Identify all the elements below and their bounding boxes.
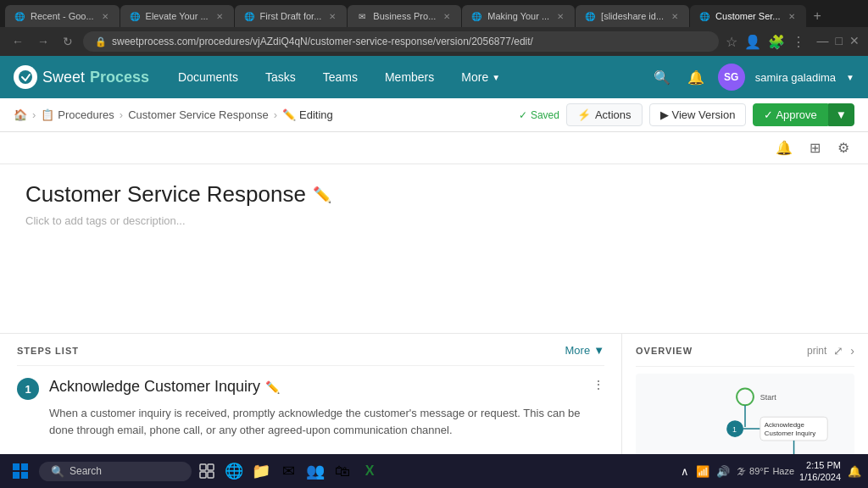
svg-rect-12 xyxy=(13,463,19,470)
approve-button[interactable]: ✓ Approve xyxy=(753,103,827,126)
tab-title-2: Elevate Your ... xyxy=(146,11,209,21)
date-display: 1/16/2024 xyxy=(799,471,841,483)
network-icon[interactable]: 📶 xyxy=(694,463,711,480)
address-bar-actions: ☆ 👤 🧩 ⋮ — □ ✕ xyxy=(726,34,860,50)
columns-toolbar-icon[interactable]: ⊞ xyxy=(804,137,826,158)
nav-tasks[interactable]: Tasks xyxy=(253,64,308,91)
user-name[interactable]: samira galadima xyxy=(755,71,836,84)
tab-title-1: Recent - Goo... xyxy=(31,11,94,21)
tab-favicon-6: 🌐 xyxy=(584,10,596,22)
volume-icon[interactable]: 🔊 xyxy=(715,463,732,480)
new-tab-button[interactable]: + xyxy=(807,5,828,27)
overview-title: OVERVIEW xyxy=(636,346,693,356)
tab-5[interactable]: 🌐 Making Your ... ✕ xyxy=(462,5,575,27)
more-options-icon[interactable]: ⋮ xyxy=(792,34,805,50)
tab-close-6[interactable]: ✕ xyxy=(669,11,681,22)
document-subtitle[interactable]: Click to add tags or description... xyxy=(25,214,843,227)
search-icon[interactable]: 🔍 xyxy=(650,66,674,89)
check-icon: ✓ xyxy=(519,109,527,121)
tab-6[interactable]: 🌐 [slideshare id... ✕ xyxy=(576,5,689,27)
breadcrumb-doc-title[interactable]: Customer Service Response xyxy=(128,108,268,121)
document-title: Customer Service Response xyxy=(25,181,306,208)
pencil-icon: ✏️ xyxy=(282,108,296,121)
tab-favicon-2: 🌐 xyxy=(129,10,141,22)
forward-button[interactable]: → xyxy=(34,33,53,50)
notification-taskbar-icon[interactable]: 🔔 xyxy=(846,463,863,480)
document-title-row: Customer Service Response ✏️ xyxy=(25,181,843,208)
nav-more[interactable]: More ▼ xyxy=(449,64,512,91)
settings-toolbar-icon[interactable]: ⚙ xyxy=(832,137,854,158)
logo[interactable]: SweetProcess xyxy=(14,65,149,89)
nav-teams[interactable]: Teams xyxy=(311,64,370,91)
system-tray: ∧ 📶 🔊 xyxy=(679,463,732,480)
edge-icon[interactable]: 🌐 xyxy=(222,459,246,483)
breadcrumb-home[interactable]: 🏠 xyxy=(14,108,27,121)
tray-up-icon[interactable]: ∧ xyxy=(679,463,691,480)
tab-bar: 🌐 Recent - Goo... ✕ 🌐 Elevate Your ... ✕… xyxy=(0,0,868,27)
back-button[interactable]: ← xyxy=(8,33,27,50)
weather-display[interactable]: 🌫 89°F Haze xyxy=(737,466,794,476)
files-icon[interactable]: 📁 xyxy=(249,459,273,483)
tab-close-5[interactable]: ✕ xyxy=(554,11,566,22)
step-description-1: When a customer inquiry is received, pro… xyxy=(49,405,604,438)
steps-list-header: STEPS LIST More ▼ xyxy=(17,334,604,366)
overview-next-icon[interactable]: › xyxy=(850,344,854,358)
overview-expand-icon[interactable]: ⤢ xyxy=(833,344,843,358)
actions-button[interactable]: ⚡ Actions xyxy=(566,103,643,126)
start-button[interactable] xyxy=(5,459,36,483)
user-chevron-icon[interactable]: ▼ xyxy=(846,73,854,82)
document-title-edit-icon[interactable]: ✏️ xyxy=(313,186,331,204)
clock[interactable]: 2:15 PM 1/16/2024 xyxy=(799,459,841,484)
weather-condition: Haze xyxy=(772,466,794,476)
notification-icon[interactable]: 🔔 xyxy=(684,66,708,89)
url-input[interactable]: 🔒 sweetprocess.com/procedures/vjAZdiQ4qN… xyxy=(83,31,719,52)
tab-close-4[interactable]: ✕ xyxy=(441,11,453,22)
store-icon[interactable]: 🛍 xyxy=(331,459,354,483)
tab-close-2[interactable]: ✕ xyxy=(214,11,225,22)
breadcrumb-procedures[interactable]: 📋 Procedures xyxy=(41,108,114,121)
avatar[interactable]: SG xyxy=(718,64,745,91)
profile-icon[interactable]: 👤 xyxy=(744,34,761,50)
bookmark-icon[interactable]: ☆ xyxy=(726,34,737,50)
tab-3[interactable]: 🌐 First Draft for... ✕ xyxy=(235,5,348,27)
bell-toolbar-icon[interactable]: 🔔 xyxy=(771,137,798,158)
reload-button[interactable]: ↻ xyxy=(59,33,76,50)
close-button[interactable]: ✕ xyxy=(849,34,860,50)
maximize-button[interactable]: □ xyxy=(836,34,843,50)
nav-members[interactable]: Members xyxy=(373,64,446,91)
breadcrumb-sep-3: › xyxy=(274,108,277,121)
tab-close-3[interactable]: ✕ xyxy=(326,11,338,22)
steps-more-button[interactable]: More ▼ xyxy=(565,344,605,357)
minimize-button[interactable]: — xyxy=(817,34,829,50)
excel-icon[interactable]: X xyxy=(358,459,381,483)
tab-7-active[interactable]: 🌐 Customer Ser... ✕ xyxy=(690,5,805,27)
overview-actions: print ⤢ › xyxy=(807,344,854,358)
url-text: sweetprocess.com/procedures/vjAZdiQ4qN/c… xyxy=(112,36,533,47)
address-bar: ← → ↻ 🔒 sweetprocess.com/procedures/vjAZ… xyxy=(0,27,868,56)
breadcrumb-bar: 🏠 › 📋 Procedures › Customer Service Resp… xyxy=(0,98,868,132)
step-name-1[interactable]: Acknowledge Customer Inquiry xyxy=(49,378,260,396)
taskbar-search[interactable]: 🔍 Search xyxy=(39,462,192,481)
app-header: SweetProcess Documents Tasks Teams Membe… xyxy=(0,56,868,98)
tab-2[interactable]: 🌐 Elevate Your ... ✕ xyxy=(120,5,234,27)
view-version-button[interactable]: ▶ View Version xyxy=(649,103,747,126)
search-taskbar-placeholder: Search xyxy=(70,465,102,477)
tab-1[interactable]: 🌐 Recent - Goo... ✕ xyxy=(5,5,120,27)
teams-taskbar-icon[interactable]: 👥 xyxy=(303,459,327,483)
step-edit-icon-1[interactable]: ✏️ xyxy=(265,380,280,394)
lightning-icon: ⚡ xyxy=(577,108,591,121)
approve-dropdown-button[interactable]: ▼ xyxy=(828,103,854,126)
tab-4[interactable]: ✉ Business Pro... ✕ xyxy=(348,5,461,27)
step-item-1: 1 Acknowledge Customer Inquiry ✏️ ⋮ When… xyxy=(17,366,604,450)
taskview-icon[interactable] xyxy=(195,459,219,483)
toolbar: 🔔 ⊞ ⚙ xyxy=(0,132,868,164)
tab-close-7[interactable]: ✕ xyxy=(786,11,798,22)
step-menu-icon-1[interactable]: ⋮ xyxy=(593,378,604,391)
tab-close-1[interactable]: ✕ xyxy=(99,11,111,22)
nav-documents[interactable]: Documents xyxy=(166,64,250,91)
extension-icon[interactable]: 🧩 xyxy=(768,34,785,50)
overview-print-button[interactable]: print xyxy=(807,345,826,357)
mail-taskbar-icon[interactable]: ✉ xyxy=(276,459,300,483)
tab-title-7: Customer Ser... xyxy=(715,11,780,21)
tab-favicon-5: 🌐 xyxy=(470,10,482,22)
